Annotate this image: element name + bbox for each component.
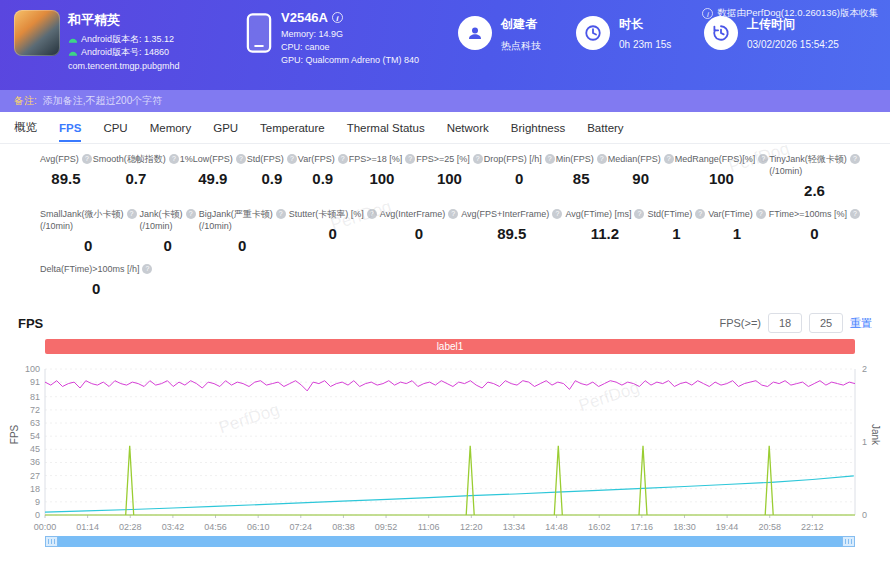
y-left-tick: 0 [35,510,40,520]
metric-cell: Std(FTime)?1 [648,208,706,254]
help-icon[interactable]: ? [695,209,705,219]
chart-h-scrollbar[interactable] [45,536,855,547]
game-icon [14,10,60,56]
android-icon [68,36,78,43]
help-icon[interactable]: ? [142,264,152,274]
metric-value: 89.5 [40,170,92,187]
help-icon[interactable]: ? [552,209,562,219]
help-icon[interactable]: ? [186,209,196,219]
metrics-panel: PerfDog PerfDog Avg(FPS)?89.5Smooth(稳帧指数… [0,144,890,310]
metric-label: TinyJank(轻微卡顿)? [769,153,860,165]
help-icon[interactable]: ? [850,154,860,164]
fps-chart[interactable]: 0918273645546372819110001200:0001:1402:2… [18,357,872,535]
help-icon[interactable]: ? [169,154,179,164]
x-tick: 03:42 [162,522,185,532]
y-left-tick: 18 [30,484,40,494]
metric-value: 90 [608,170,674,187]
note-placeholder[interactable]: 添加备注,不超过200个字符 [43,94,162,108]
metric-label: SmallJank(微小卡顿)? [40,208,137,220]
help-icon[interactable]: ? [405,154,415,164]
chart-label-banner: label1 [45,339,855,354]
metric-cell: Avg(FTime) [ms]?11.2 [565,208,644,254]
y-left-tick: 72 [30,405,40,415]
metric-value: 0 [199,237,286,254]
metric-label: Var(FTime)? [708,208,766,220]
metric-cell: FPS>=25 [%]?100 [416,153,483,199]
fps-toolbar: FPS FPS(>=) 重置 [18,313,872,333]
app-info: 和平精英 Android版本名: 1.35.12 Android版本号: 148… [14,10,246,90]
help-icon[interactable]: ? [634,209,644,219]
reset-link[interactable]: 重置 [850,316,872,331]
metric-label: FPS>=25 [%]? [416,153,483,165]
help-icon[interactable]: ? [448,209,458,219]
metric-value: 100 [349,170,416,187]
help-icon[interactable]: ? [367,209,377,219]
tab-概览[interactable]: 概览 [14,112,37,143]
metric-cell: Drop(FPS) [/h]?0 [484,153,555,199]
help-icon[interactable]: ? [664,154,674,164]
metric-value: 0.9 [298,170,348,187]
help-icon[interactable]: ? [597,154,607,164]
help-icon[interactable]: ? [276,209,286,219]
x-tick: 01:14 [76,522,99,532]
app-version-code-text: Android版本号: 14860 [81,46,169,59]
metrics-row-3: Delta(FTime)>100ms [/h]?0 [40,263,860,297]
y-left-tick: 27 [30,471,40,481]
metric-label: Smooth(稳帧指数)? [93,153,179,165]
metric-label: Stutter(卡顿率) [%]? [289,208,377,220]
help-icon[interactable]: ? [850,209,860,219]
metric-cell: Avg(FPS+InterFrame)?89.5 [461,208,562,254]
metric-cell: Std(FPS)?0.9 [247,153,297,199]
metric-value: 0 [484,170,555,187]
fps-threshold1-input[interactable] [768,313,802,333]
help-icon[interactable]: ? [287,154,297,164]
tab-gpu[interactable]: GPU [213,114,238,142]
metric-value: 0 [40,237,137,254]
metric-cell: 1%Low(FPS)?49.9 [180,153,246,199]
tab-battery[interactable]: Battery [587,114,623,142]
tab-thermal-status[interactable]: Thermal Status [347,114,425,142]
person-icon [466,24,484,42]
metric-sublabel: (/10min) [199,220,286,232]
tab-fps[interactable]: FPS [59,114,81,142]
tab-network[interactable]: Network [447,114,489,142]
tab-cpu[interactable]: CPU [103,114,127,142]
metric-cell: FPS>=18 [%]?100 [349,153,416,199]
help-icon[interactable]: ? [758,154,768,164]
tab-brightness[interactable]: Brightness [511,114,565,142]
y-left-tick: 63 [30,418,40,428]
tab-memory[interactable]: Memory [150,114,192,142]
upload-block: 上传时间 03/02/2026 15:54:25 [704,10,839,90]
metric-label: Avg(FPS+InterFrame)? [461,208,562,220]
help-icon[interactable]: ? [545,154,555,164]
metric-label: Jank(卡顿)? [140,208,196,220]
help-icon[interactable]: ? [127,209,137,219]
metric-label: Avg(InterFrame)? [380,208,458,220]
metric-value: 1 [648,225,706,242]
metric-cell: Min(FPS)?85 [556,153,607,199]
x-tick: 09:52 [375,522,398,532]
creator-value: 热点科技 [501,39,541,53]
tab-temperature[interactable]: Temperature [260,114,325,142]
metric-sublabel: (/10min) [140,220,196,232]
help-icon[interactable]: ? [756,209,766,219]
app-name: 和平精英 [68,11,180,29]
metric-label: Std(FTime)? [648,208,706,220]
scrollbar-left-handle[interactable] [45,536,58,547]
y-left-tick: 100 [25,364,40,374]
fps-threshold2-input[interactable] [809,313,843,333]
metric-sublabel: (/10min) [40,220,137,232]
fps-section-title: FPS [18,316,43,331]
y-left-tick: 91 [30,377,40,387]
help-icon[interactable]: ? [473,154,483,164]
scrollbar-right-handle[interactable] [842,536,855,547]
metric-value: 49.9 [180,170,246,187]
help-icon[interactable]: ? [236,154,246,164]
creator-label: 创建者 [501,16,541,33]
help-icon[interactable]: ? [338,154,348,164]
help-icon[interactable]: ? [82,154,92,164]
x-tick: 16:02 [588,522,611,532]
device-info-icon[interactable]: i [332,12,343,23]
note-bar[interactable]: 备注: 添加备注,不超过200个字符 [0,90,890,112]
x-tick: 08:38 [332,522,355,532]
